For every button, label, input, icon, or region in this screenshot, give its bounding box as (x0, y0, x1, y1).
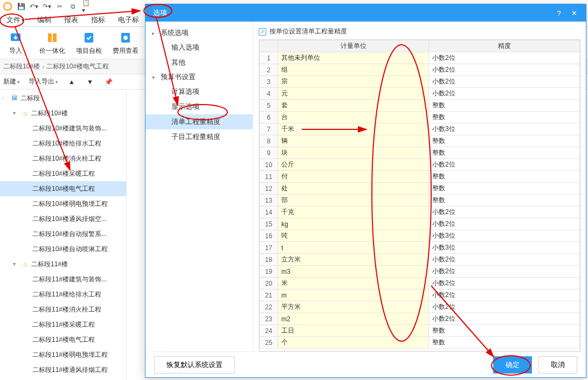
dialog-titlebar[interactable]: 选项 ? ✕ (146, 4, 586, 22)
cell-precision[interactable]: 小数3位 (429, 242, 580, 254)
tree-node[interactable]: 二标段11#楼给排水工程 (0, 287, 126, 302)
cell-precision[interactable]: 小数2位 (429, 206, 580, 218)
table-row[interactable]: 22平方米小数2位 (260, 301, 580, 313)
table-row[interactable]: 21m小数2位 (260, 289, 580, 301)
table-row[interactable]: 3宗小数2位 (260, 76, 580, 88)
expand-down-icon[interactable]: ▼ (85, 77, 95, 87)
table-row[interactable]: 9块整数 (260, 147, 580, 159)
table-row[interactable]: 19m3小数2位 (260, 266, 580, 278)
cell-precision[interactable]: 整数 (429, 325, 580, 337)
cell-unit[interactable]: 宗 (278, 76, 429, 88)
cell-unit[interactable]: 千米 (278, 123, 429, 135)
cell-unit[interactable]: 公斤 (278, 159, 429, 171)
cell-precision[interactable]: 整数 (429, 171, 580, 183)
table-row[interactable]: 18立方米小数2位 (260, 254, 580, 266)
cell-precision[interactable]: 小数3位 (429, 230, 580, 242)
cell-unit[interactable]: t (278, 242, 429, 254)
cell-precision[interactable]: 小数3位 (429, 123, 580, 135)
per-unit-checkbox-row[interactable]: ✓ 按单位设置清单工程量精度 (259, 27, 580, 36)
cell-unit[interactable]: kg (278, 218, 429, 230)
tree-node[interactable]: 二标段11#楼电气工程 (0, 332, 126, 347)
table-row[interactable]: 2组小数2位 (260, 64, 580, 76)
cell-unit[interactable]: 付 (278, 171, 429, 183)
tree-node[interactable]: 二标段10#楼电气工程 (0, 181, 126, 196)
cell-unit[interactable]: 工日 (278, 325, 429, 337)
tree-node[interactable]: 二标段10#楼弱电预埋工程 (0, 196, 126, 211)
cell-unit[interactable]: 部 (278, 195, 429, 206)
breadcrumb-b[interactable]: 二标段10#楼电气工程 (46, 62, 109, 71)
cell-unit[interactable]: 米 (278, 278, 429, 289)
table-row[interactable]: 11付整数 (260, 171, 580, 183)
cell-precision[interactable]: 整数 (429, 100, 580, 112)
nav-item-sub-precision[interactable]: 子目工程量精度 (146, 129, 253, 144)
precision-table[interactable]: 计量单位 精度 1其他未列单位小数2位2组小数2位3宗小数2位4元小数2位5套整… (259, 39, 580, 351)
cell-precision[interactable]: 整数 (429, 135, 580, 147)
cell-precision[interactable]: 整数 (429, 183, 580, 195)
tree-node[interactable]: 二标段10#楼消火栓工程 (0, 151, 126, 166)
tree-node[interactable]: 二标段10#楼给排水工程 (0, 136, 126, 151)
cell-unit[interactable]: 立方米 (278, 254, 429, 266)
tab-file[interactable]: 文件▾ (0, 13, 31, 26)
tree-node[interactable]: 二标段11#楼自动报警系... (0, 377, 126, 380)
tree-node[interactable]: 二标段10#楼采暖工程 (0, 166, 126, 181)
tab-edit[interactable]: 编制 (31, 13, 58, 26)
cell-precision[interactable]: 小数2位 (429, 266, 580, 278)
tab-report[interactable]: 报表 (58, 13, 85, 26)
tree-node[interactable]: 二标段11#楼建筑与装饰... (0, 272, 126, 287)
table-row[interactable]: 7千米小数3位 (260, 123, 580, 135)
tree-node[interactable]: 二标段11#楼通风排烟工程 (0, 362, 126, 377)
nav-group-system[interactable]: ▸系统选项 (146, 26, 253, 40)
cell-unit[interactable]: 千克 (278, 206, 429, 218)
pin-icon[interactable]: 📌 (103, 77, 113, 87)
cell-unit[interactable]: 平方米 (278, 301, 429, 313)
nav-item-input[interactable]: 输入选项 (146, 40, 253, 55)
undo-icon[interactable]: ↶▾ (30, 3, 38, 10)
table-row[interactable]: 12处整数 (260, 183, 580, 195)
import-export-button[interactable]: 导入导出▾ (29, 77, 58, 86)
tree-node[interactable]: 二标段10#楼自动报警系... (0, 226, 126, 241)
cancel-button[interactable]: 取消 (538, 356, 577, 374)
nav-item-other[interactable]: 其他 (146, 55, 253, 70)
nav-item-display[interactable]: 显示选项 (146, 99, 253, 114)
ok-button[interactable]: 确定 (493, 356, 532, 374)
table-row[interactable]: 13部整数 (260, 195, 580, 206)
cell-unit[interactable]: 个 (278, 337, 429, 349)
cell-precision[interactable]: 小数2位 (429, 313, 580, 325)
tree-node[interactable]: 二标段11#楼弱电预埋工程 (0, 347, 126, 362)
tree-node[interactable]: 二标段11#楼采暖工程 (0, 317, 126, 332)
tree-node[interactable]: 二标段11#楼消火栓工程 (0, 302, 126, 317)
cell-precision[interactable]: 小数2位 (429, 301, 580, 313)
redo-icon[interactable]: ↷▾ (43, 3, 51, 10)
table-row[interactable]: 25个整数 (260, 337, 580, 349)
tree-node[interactable]: 二标段10#楼自动喷淋工程 (0, 241, 126, 257)
cell-unit[interactable]: 块 (278, 147, 429, 159)
cell-unit[interactable]: 套 (278, 100, 429, 112)
cell-precision[interactable]: 小数2位 (429, 289, 580, 301)
cell-precision[interactable]: 小数2位 (429, 52, 580, 64)
nav-group-budget[interactable]: ▾预算书设置 (146, 70, 253, 84)
table-row[interactable]: 4元小数2位 (260, 88, 580, 100)
new-button[interactable]: 新建▾ (3, 77, 20, 86)
nav-item-list-precision[interactable]: 清单工程量精度 (146, 114, 253, 129)
tree-node[interactable]: ▾⌂二标段10#楼 (0, 106, 126, 121)
close-icon[interactable]: ✕ (566, 8, 582, 18)
table-row[interactable]: 6台整数 (260, 112, 580, 123)
tree-node[interactable]: -🏛二标段 (0, 91, 126, 106)
reset-defaults-button[interactable]: 恢复默认系统设置 (154, 356, 235, 374)
cell-precision[interactable]: 小数2位 (429, 88, 580, 100)
cell-unit[interactable]: 其他未列单位 (278, 52, 429, 64)
table-row[interactable]: 17t小数3位 (260, 242, 580, 254)
project-tree[interactable]: -🏛二标段▾⌂二标段10#楼二标段10#楼建筑与装饰...二标段10#楼给排水工… (0, 91, 127, 380)
table-row[interactable]: 20米小数2位 (260, 278, 580, 289)
ribbon-import[interactable]: 导入 (2, 29, 29, 57)
cell-unit[interactable]: 台 (278, 112, 429, 123)
ribbon-selfcheck[interactable]: 项目自检 (75, 29, 102, 57)
cell-precision[interactable]: 小数2位 (429, 76, 580, 88)
table-row[interactable]: 1其他未列单位小数2位 (260, 52, 580, 64)
cell-unit[interactable]: 辆 (278, 135, 429, 147)
breadcrumb-a[interactable]: 二标段10#楼 (3, 62, 40, 71)
cell-unit[interactable]: 吨 (278, 230, 429, 242)
checkbox-checked-icon[interactable]: ✓ (259, 28, 266, 36)
tab-ebid[interactable]: 电子标 (112, 13, 146, 26)
save-icon[interactable]: 💾 (17, 3, 25, 10)
